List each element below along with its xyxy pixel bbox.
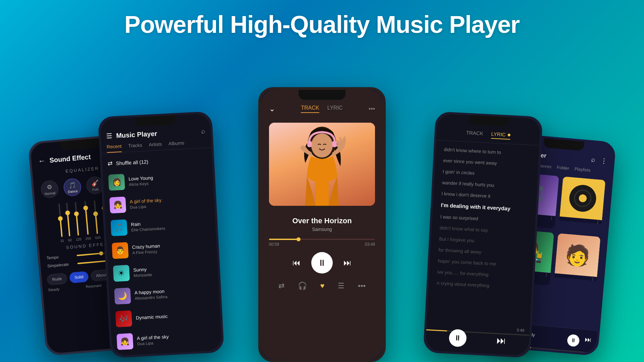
tab-folder[interactable]: Folder bbox=[556, 165, 570, 173]
heart-icon[interactable]: ♥ bbox=[320, 282, 324, 290]
playlist-icon[interactable]: ☰ bbox=[338, 282, 344, 290]
eq-folk-icon: 🎸 bbox=[91, 179, 99, 187]
more-bottom-icon[interactable]: ••• bbox=[358, 282, 366, 290]
album-more-icon-4[interactable]: ⋮ bbox=[590, 275, 596, 282]
tab-artists[interactable]: Artists bbox=[149, 141, 162, 151]
player-bottom-icons: ⇄ 🎧 ♥ ☰ ••• bbox=[261, 278, 383, 294]
notch-main bbox=[299, 90, 345, 100]
chevron-down-icon[interactable]: ⌄ bbox=[269, 105, 275, 113]
song-info-dynamic: Dynamic music bbox=[136, 311, 215, 321]
eq-thumb-125 bbox=[74, 211, 79, 216]
back-icon[interactable]: ← bbox=[38, 156, 46, 166]
eq-fill-125 bbox=[76, 214, 79, 236]
rude-btn[interactable]: Rude bbox=[47, 273, 67, 285]
more-albums-icon[interactable]: ⋮ bbox=[600, 157, 607, 165]
person-art-icon-2: 🧑 bbox=[564, 242, 591, 268]
pause-button[interactable]: ⏸ bbox=[311, 252, 333, 274]
lyric-line: ive you..... for everything bbox=[437, 268, 525, 280]
tab-track[interactable]: TRACK bbox=[301, 105, 319, 113]
solid-btn[interactable]: Solid bbox=[69, 271, 89, 284]
list-app-name: Music Player bbox=[116, 130, 157, 139]
album-more-icon-2[interactable]: ⋮ bbox=[595, 218, 601, 225]
resonant-label: Resonant bbox=[86, 283, 102, 289]
tempo-fill bbox=[77, 253, 99, 256]
headphone-icon[interactable]: 🎧 bbox=[298, 282, 307, 290]
list-header-left: ☰ Music Player bbox=[106, 129, 157, 140]
lyric-line: ever since you went away bbox=[443, 157, 531, 169]
eq-normal-label: Normal bbox=[45, 191, 56, 196]
eq-track-250[interactable] bbox=[84, 201, 89, 235]
eq-normal-btn[interactable]: ⚙ Normal bbox=[40, 180, 59, 198]
player-track-info: Over the Horizon Samsung bbox=[261, 211, 383, 235]
tab-lyric[interactable]: LYRIC bbox=[327, 105, 343, 113]
album-card-4[interactable]: 🧑 ⋮ bbox=[553, 233, 600, 290]
phone-list: ☰ Music Player ⌕ Recent Tracks Artists A… bbox=[98, 111, 224, 358]
eq-dance-btn[interactable]: 🎵 Dance bbox=[63, 178, 82, 196]
album-art bbox=[269, 123, 375, 206]
prev-button[interactable]: ⏮ bbox=[292, 258, 301, 267]
album-card-2[interactable]: ⋮ bbox=[558, 176, 605, 233]
mini-pause-button[interactable]: ⏸ bbox=[567, 334, 580, 347]
eq-fill-500 bbox=[95, 214, 98, 234]
tab-albums[interactable]: Albums bbox=[168, 140, 184, 149]
eq-track-125[interactable] bbox=[75, 202, 79, 236]
song-info-girl-sky: A girl of the sky Dua Lipa bbox=[129, 195, 209, 209]
eq-normal-icon: ⚙ bbox=[47, 183, 53, 191]
phones-container: ← Sound Effect EQUALIZER ⚙ Normal 🎵 Danc… bbox=[20, 60, 624, 362]
tempo-label: Tempo bbox=[46, 253, 77, 260]
lyric-line: n crying about everything bbox=[437, 280, 524, 291]
song-thumb-dynamic: 🎶 bbox=[115, 310, 132, 327]
song-thumb-moon: 🌙 bbox=[114, 288, 131, 304]
song-thumb-rain: 🎵 bbox=[111, 219, 127, 236]
eq-label-250: 250 bbox=[85, 236, 91, 240]
eq-bar-125: 125 bbox=[72, 202, 82, 241]
search-icon[interactable]: ⌕ bbox=[201, 127, 205, 135]
progress-bar[interactable] bbox=[269, 239, 375, 240]
vinyl-record-icon bbox=[568, 184, 597, 213]
thumb-icon-sunny: ☀ bbox=[113, 265, 130, 282]
eq-track-31[interactable] bbox=[58, 203, 63, 237]
eq-thumb-500 bbox=[93, 211, 98, 216]
more-icon[interactable]: ••• bbox=[369, 106, 375, 113]
progress-times: 00:59 03:49 bbox=[269, 242, 375, 247]
eq-track-62[interactable] bbox=[66, 203, 70, 236]
eq-bar-62: 62 bbox=[65, 203, 72, 242]
eq-label-62: 62 bbox=[68, 238, 72, 242]
song-info-love-young: Love Young Alicia Keys bbox=[128, 172, 208, 187]
next-button[interactable]: ⏭ bbox=[343, 258, 352, 267]
thumb-icon-crazy: 👨 bbox=[112, 242, 128, 259]
time-total: 03:49 bbox=[365, 242, 375, 247]
phone-main: ⌄ TRACK LYRIC ••• bbox=[258, 87, 386, 362]
song-thumb-girl-sky: 👧 bbox=[109, 196, 126, 213]
thumb-icon-love-young: 👩 bbox=[108, 174, 125, 190]
tab-track-lyrics[interactable]: TRACK bbox=[466, 130, 483, 138]
thumb-icon-rain: 🎵 bbox=[111, 219, 127, 236]
album-art-woman bbox=[269, 123, 375, 206]
eq-dance-icon: 🎵 bbox=[68, 181, 76, 189]
tab-recent[interactable]: Recent bbox=[107, 143, 122, 153]
lyric-dot bbox=[507, 133, 510, 136]
album-more-icon-3[interactable]: ⋮ bbox=[543, 270, 549, 277]
shuffle-bottom-icon[interactable]: ⇄ bbox=[278, 282, 284, 290]
lyrics-pause-button[interactable]: ⏸ bbox=[448, 329, 467, 347]
time-current: 00:59 bbox=[269, 242, 279, 247]
lyric-line: hopin' you come back to me bbox=[438, 257, 525, 269]
search-albums-icon[interactable]: ⌕ bbox=[591, 156, 595, 164]
tab-tracks[interactable]: Tracks bbox=[128, 142, 143, 152]
lyric-line-active: I'm dealing with it everyday bbox=[441, 201, 528, 214]
eq-fill-250 bbox=[85, 208, 89, 235]
tab-playlists[interactable]: Playlists bbox=[574, 166, 591, 175]
eq-fill-31 bbox=[60, 219, 63, 237]
eq-track-500[interactable] bbox=[94, 200, 98, 234]
song-thumb-girl-sky2: 👧 bbox=[116, 333, 133, 350]
hamburger-icon[interactable]: ☰ bbox=[106, 132, 112, 140]
lyric-line: I was so surprised bbox=[440, 213, 528, 225]
lyric-line: I know i don't deserve it bbox=[441, 190, 529, 202]
shuffle-label: Shuffle all (12) bbox=[116, 159, 148, 166]
track-artist: Samsung bbox=[269, 227, 375, 232]
tab-lyric-lyrics[interactable]: LYRIC bbox=[491, 131, 511, 140]
lyrics-next-button[interactable]: ⏭ bbox=[496, 335, 506, 346]
mini-next-button[interactable]: ⏭ bbox=[584, 335, 592, 348]
steady-label: Steady bbox=[48, 287, 60, 292]
album-more-icon-1[interactable]: ⋮ bbox=[548, 214, 554, 221]
